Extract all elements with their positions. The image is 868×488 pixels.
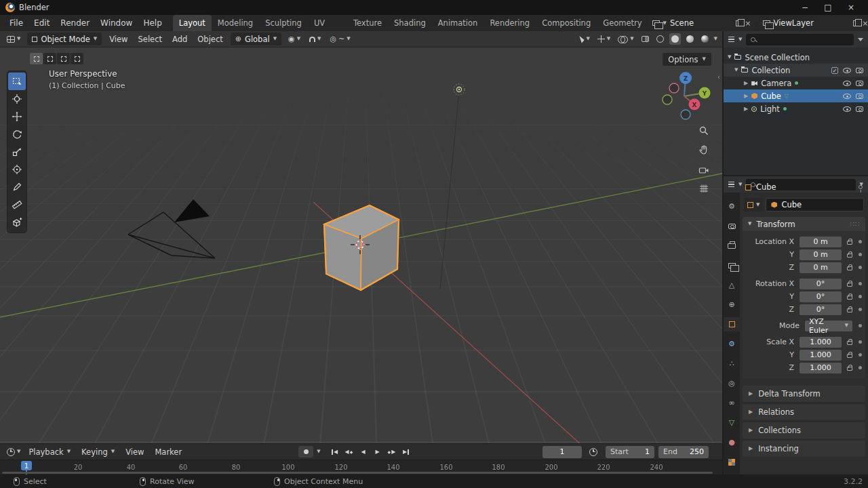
disable-in-renders-icon[interactable] [856,94,863,99]
tab-texture-paint[interactable]: Texture Paint [347,15,388,31]
panel-expand-icon[interactable]: ▼ [748,222,751,226]
tab-physics[interactable]: ◎ [724,376,740,390]
next-keyframe-button[interactable]: ◆▶ [385,446,398,458]
animate-dot-icon[interactable] [859,240,862,243]
tab-modifiers[interactable]: ⚙ [724,337,740,351]
mode-dropdown[interactable]: Object Mode ▼ [27,33,102,45]
menu-file[interactable]: File [4,15,28,31]
rotate-tool[interactable] [8,125,26,143]
transform-panel-header[interactable]: ▼ Transform ∷∷ [743,217,865,231]
navigation-gizmo[interactable]: Z Y X [653,65,715,127]
tab-scene[interactable]: △ [724,278,740,292]
lock-icon[interactable] [847,296,852,300]
scale-x-field[interactable]: 1.000 [800,337,842,348]
disable-in-renders-icon[interactable] [856,81,863,86]
rotation-x-field[interactable]: 0° [800,279,842,289]
menu-help[interactable]: Help [138,15,167,31]
hide-in-viewport-icon[interactable] [843,106,851,112]
lock-icon[interactable] [847,253,852,258]
tab-animation[interactable]: Animation [432,15,484,31]
jump-to-start-button[interactable]: ◀ [328,446,341,458]
tab-world[interactable]: ⊕ [724,298,740,312]
scale-tool[interactable] [8,143,26,161]
tab-view-layer[interactable] [724,258,740,272]
timeline-editor-type-button[interactable]: ▼ [5,446,22,458]
rotation-mode-dropdown[interactable]: XYZ Euler ▼ [805,321,852,331]
select-mode-new-button[interactable] [30,53,43,64]
lock-icon[interactable] [847,266,852,270]
perspective-toggle-control[interactable] [697,182,711,195]
cursor-tool[interactable] [8,90,26,108]
menu-window[interactable]: Window [95,15,138,31]
shading-rendered-button[interactable] [699,33,711,45]
unlink-scene-icon[interactable]: × [745,19,751,28]
remove-view-layer-icon[interactable]: × [862,19,868,28]
tab-shading[interactable]: Shading [388,15,432,31]
camera-view-control[interactable] [697,163,711,177]
outliner-label[interactable]: Cube [761,92,781,101]
scene-name[interactable]: Scene [670,18,732,28]
object-name-value[interactable]: Cube [781,200,802,209]
scale-y-field[interactable]: 1.000 [800,350,842,361]
move-tool[interactable] [8,108,26,125]
play-reverse-button[interactable]: ◀ [357,446,370,458]
select-box-tool[interactable] [8,73,26,90]
tab-modeling[interactable]: Modeling [212,15,259,31]
instancing-panel[interactable]: ▶ Instancing [743,441,865,457]
tab-material[interactable]: ● [724,435,740,449]
tab-output[interactable] [724,239,740,253]
panel-collapsed-icon[interactable]: ▶ [749,409,753,415]
outliner-label[interactable]: Camera [761,79,791,88]
marker-menu[interactable]: Marker [150,447,186,457]
animate-dot-icon[interactable] [859,282,862,285]
scene-browse-icon[interactable] [652,20,660,26]
play-button[interactable]: ▶ [371,446,384,458]
pivot-point-button[interactable]: ◉▼ [286,33,302,45]
outliner-label[interactable]: Light [760,104,780,114]
close-button[interactable]: × [840,0,863,15]
menu-select[interactable]: Select [136,35,165,44]
tab-sculpting[interactable]: Sculpting [259,15,308,31]
menu-view[interactable]: View [106,35,130,44]
outliner-label[interactable]: Collection [751,66,790,75]
tab-uv-editing[interactable]: UV Editing [308,15,347,31]
editor-type-button[interactable]: ▼ [5,34,22,45]
animate-dot-icon[interactable] [859,308,862,311]
panel-collapsed-icon[interactable]: ▶ [749,391,753,396]
disable-in-renders-icon[interactable] [856,106,863,112]
exclude-checkbox[interactable]: ✓ [831,67,838,74]
hide-in-viewport-icon[interactable] [843,68,851,73]
frame-end-field[interactable]: End 250 [658,446,709,458]
view-layer-selector[interactable]: ViewLayer × [759,17,868,30]
animate-dot-icon[interactable] [859,340,862,344]
lock-icon[interactable] [847,354,852,358]
measure-tool[interactable] [8,196,26,214]
outliner-label[interactable]: Scene Collection [745,53,810,62]
disclosure-open-icon[interactable]: ▼ [734,68,738,73]
menu-render[interactable]: Render [55,15,95,31]
animate-dot-icon[interactable] [859,266,862,269]
playback-menu[interactable]: Playback▼ [24,447,75,457]
animate-dot-icon[interactable] [859,366,862,369]
disclosure-closed-icon[interactable]: ▶ [744,94,748,99]
xray-toggle[interactable] [639,34,651,44]
snap-toggle-button[interactable]: ▼ [307,35,323,44]
tab-layout[interactable]: Layout [173,15,212,31]
delta-transform-panel[interactable]: ▶ Delta Transform [743,386,865,402]
shading-options-chevron-icon[interactable]: ▼ [714,37,717,41]
rotation-y-field[interactable]: 0° [800,291,842,302]
pin-icon[interactable] [859,185,863,189]
outliner-row-scene-collection[interactable]: ▼ Scene Collection [724,51,868,64]
location-z-field[interactable]: 0 m [800,262,842,273]
animate-dot-icon[interactable] [859,353,862,357]
tab-compositing[interactable]: Compositing [536,15,597,31]
menu-add[interactable]: Add [170,35,190,44]
zoom-control[interactable] [697,124,711,138]
relations-panel[interactable]: ▶ Relations [743,404,865,420]
minimize-button[interactable]: − [793,0,816,15]
region-collapse-icon[interactable]: ‹ [717,73,720,81]
id-type-button[interactable]: ▼ [744,198,763,211]
use-preview-range-button[interactable] [587,446,599,458]
rotation-z-field[interactable]: 0° [800,304,842,315]
outliner-row-collection[interactable]: ▼ Collection ✓ [724,64,868,77]
